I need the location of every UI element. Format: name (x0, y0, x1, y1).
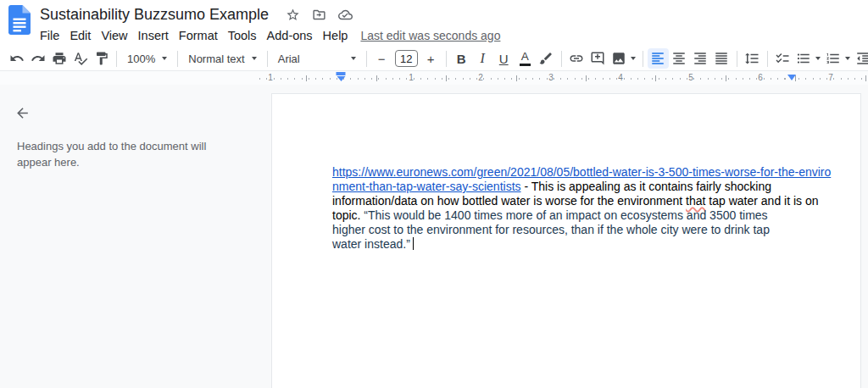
highlight-color-button[interactable] (536, 48, 557, 69)
chevron-down-icon (162, 57, 167, 60)
align-left-button[interactable] (648, 48, 669, 69)
menu-item-insert[interactable]: Insert (133, 29, 174, 42)
menu-item-view[interactable]: View (96, 29, 132, 42)
toolbar-separator (767, 51, 768, 67)
bulleted-list-control[interactable] (793, 48, 823, 69)
ruler-halftick (865, 75, 866, 81)
spellcheck-button[interactable] (70, 48, 91, 69)
undo-button[interactable] (6, 48, 27, 69)
menu-item-addons[interactable]: Add-ons (262, 29, 318, 42)
toolbar-separator (561, 51, 562, 67)
ruler-number: 4 (618, 73, 623, 82)
ruler-halftick (655, 75, 656, 81)
indent-decrease-icon (855, 51, 868, 66)
ruler-number: 7 (828, 73, 833, 82)
print-button[interactable] (48, 48, 70, 69)
paint-format-button[interactable] (91, 48, 112, 69)
align-left-icon (650, 51, 665, 66)
menu-item-help[interactable]: Help (318, 29, 353, 42)
decrease-indent-button[interactable] (853, 48, 868, 69)
image-icon (611, 51, 626, 66)
link-icon (569, 51, 584, 66)
chevron-down-icon[interactable] (845, 57, 850, 60)
underline-icon: U (499, 52, 509, 66)
back-button[interactable] (12, 103, 32, 123)
ruler-number: 1 (268, 73, 273, 82)
right-indent-marker[interactable] (787, 75, 796, 80)
doc-text: that (686, 194, 705, 208)
ruler-number: 3 (548, 73, 554, 82)
ruler-number: 5 (688, 73, 693, 82)
first-line-indent-marker[interactable] (337, 72, 346, 75)
paragraph-styles-select[interactable]: Normal text (182, 48, 262, 69)
toolbar-separator (366, 51, 367, 67)
move-folder-button[interactable] (312, 7, 327, 22)
left-indent-triangle[interactable] (337, 76, 345, 81)
justify-button[interactable] (711, 48, 732, 69)
doc-text: tap water and it is on (705, 194, 818, 208)
zoom-select[interactable]: 100% (121, 48, 173, 69)
header: Sustainability Buzzsumo Example File Edi… (0, 0, 868, 47)
menu-item-edit[interactable]: Edit (64, 29, 96, 42)
chevron-down-icon[interactable] (631, 57, 636, 60)
docs-logo-icon[interactable] (8, 5, 31, 38)
ruler-number: 2 (478, 73, 483, 82)
last-edit-link[interactable]: Last edit was seconds ago (360, 29, 500, 42)
text-cursor (413, 237, 415, 250)
ruler[interactable]: 1 1 2 3 4 5 6 7 (0, 71, 868, 85)
insert-link-button[interactable] (566, 48, 587, 69)
italic-button[interactable]: I (472, 48, 493, 69)
italic-icon: I (481, 51, 485, 66)
text-color-button[interactable]: A (515, 48, 536, 69)
toolbar-separator (643, 51, 643, 67)
font-size-decrease-button[interactable]: − (371, 48, 392, 69)
bold-icon: B (457, 52, 466, 66)
font-select[interactable]: Arial (272, 48, 362, 69)
font-size-increase-button[interactable]: + (420, 48, 442, 69)
numbered-list-button[interactable] (823, 48, 844, 69)
menu-item-tools[interactable]: Tools (223, 29, 262, 42)
insert-image-button[interactable] (609, 48, 630, 69)
insert-image-control[interactable] (609, 48, 638, 69)
document-canvas: Headings you add to the document will ap… (0, 85, 868, 388)
toolbar-separator (267, 51, 268, 67)
bulleted-list-button[interactable] (793, 48, 815, 69)
toolbar: 100% Normal text Arial − 12 + B I U (0, 47, 868, 71)
insert-comment-button[interactable] (587, 48, 609, 69)
text-color-icon: A (520, 51, 531, 66)
doc-paragraph: https://www.euronews.com/green/2021/08/0… (272, 94, 860, 252)
star-button[interactable] (286, 7, 301, 22)
align-center-button[interactable] (669, 48, 690, 69)
menu-item-file[interactable]: File (35, 29, 64, 42)
document-page[interactable]: https://www.euronews.com/green/2021/08/0… (271, 93, 861, 388)
bold-button[interactable]: B (451, 48, 472, 69)
doc-link[interactable]: nment-than-tap-water-say-scientists (332, 180, 521, 193)
underline-button[interactable]: U (493, 48, 515, 69)
ruler-halftick (726, 75, 726, 81)
toolbar-separator (177, 51, 178, 67)
doc-line: water instead.” (332, 237, 860, 252)
checklist-icon (775, 51, 790, 66)
doc-link[interactable]: https://www.euronews.com/green/2021/08/0… (332, 165, 831, 179)
redo-button[interactable] (27, 48, 48, 69)
minus-icon: − (378, 52, 386, 66)
font-size-input[interactable]: 12 (395, 50, 418, 67)
line-spacing-button[interactable] (742, 48, 763, 69)
toolbar-separator (446, 51, 447, 67)
align-right-button[interactable] (690, 48, 711, 69)
left-indent-marker[interactable] (337, 72, 346, 81)
align-right-icon (693, 51, 708, 66)
menu-bar: File Edit View Insert Format Tools Add-o… (35, 25, 868, 46)
menu-item-format[interactable]: Format (174, 29, 223, 42)
document-title[interactable]: Sustainability Buzzsumo Example (40, 6, 269, 24)
ruler-number: 1 (409, 73, 414, 82)
add-comment-icon (590, 51, 605, 66)
checklist-button[interactable] (772, 48, 793, 69)
chevron-down-icon (252, 57, 257, 60)
numbered-list-control[interactable] (823, 48, 853, 69)
plus-icon: + (427, 52, 435, 66)
cloud-status-icon[interactable] (338, 7, 353, 22)
ruler-halftick (306, 75, 307, 81)
outline-hint: Headings you add to the document will ap… (17, 138, 227, 170)
chevron-down-icon[interactable] (815, 57, 821, 60)
